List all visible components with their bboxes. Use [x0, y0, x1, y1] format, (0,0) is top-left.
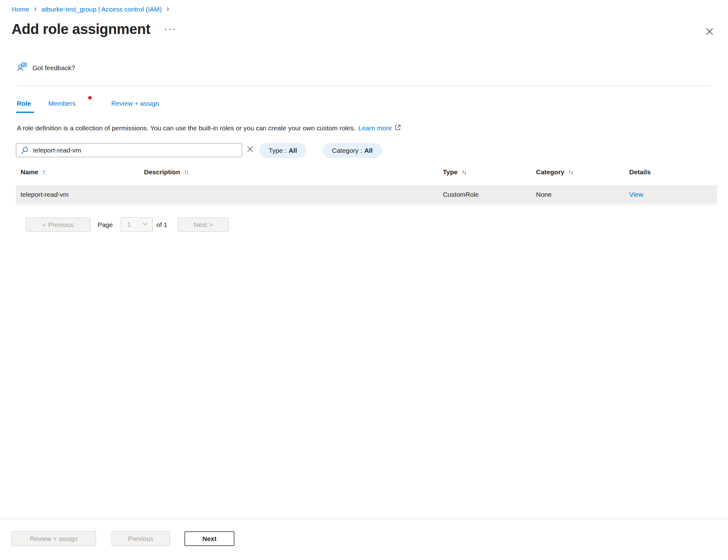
chevron-right-icon: › [166, 6, 169, 12]
filter-pill-category[interactable]: Category : All [323, 143, 382, 158]
header-divider [17, 85, 711, 86]
footer-divider [0, 519, 728, 519]
clear-search-icon[interactable] [246, 145, 254, 153]
previous-page-button[interactable]: < Previous [26, 218, 90, 232]
page-label: Page [98, 221, 113, 229]
column-label: Type [443, 168, 457, 176]
page-number-value: 1 [127, 221, 131, 228]
filter-type-value: All [289, 147, 297, 154]
page-number-select[interactable]: 1 [121, 217, 153, 232]
tab-role[interactable]: Role [17, 100, 31, 107]
more-options-icon[interactable]: ··· [164, 23, 177, 35]
column-label: Name [21, 168, 38, 176]
column-header-type[interactable]: Type ↑↓ [443, 168, 465, 176]
breadcrumb-home-link[interactable]: Home [12, 6, 29, 13]
chevron-right-icon: › [34, 6, 37, 12]
filter-pill-type[interactable]: Type : All [259, 143, 306, 158]
page-title: Add role assignment [12, 21, 150, 37]
row-separator [16, 205, 717, 205]
external-link-icon [394, 124, 401, 132]
page-count-label: of 1 [157, 221, 167, 229]
row-type: CustomRole [443, 185, 479, 204]
previous-step-button[interactable]: Previous [112, 531, 170, 546]
column-label: Details [629, 168, 651, 176]
search-input[interactable] [16, 143, 242, 157]
close-icon[interactable] [704, 26, 715, 37]
filter-type-label: Type : [269, 147, 287, 154]
row-view-link[interactable]: View [629, 185, 643, 204]
filter-category-value: All [364, 147, 373, 154]
column-label: Description [144, 168, 180, 176]
column-header-description[interactable]: Description ↑↓ [144, 168, 188, 176]
breadcrumb: Home › atburke-test_group | Access contr… [12, 6, 169, 13]
sort-arrows-icon: ↑↓ [461, 168, 465, 176]
feedback-person-icon [17, 62, 27, 74]
tab-members[interactable]: Members [48, 100, 76, 107]
column-header-details: Details [629, 168, 651, 176]
row-name: teleport-read-vm [21, 185, 69, 204]
add-role-assignment-blade: Home › atburke-test_group | Access contr… [0, 0, 728, 560]
role-description-text: A role definition is a collection of per… [17, 124, 356, 132]
row-category: None [536, 185, 552, 204]
column-header-name[interactable]: Name ↑↓ [21, 168, 46, 176]
table-row[interactable]: teleport-read-vm CustomRole None View [16, 185, 717, 204]
role-description: A role definition is a collection of per… [17, 124, 401, 132]
sort-arrows-icon: ↑↓ [184, 168, 188, 176]
breadcrumb-resource-link[interactable]: atburke-test_group | Access control (IAM… [41, 6, 162, 13]
column-label: Category [536, 168, 564, 176]
members-required-badge [88, 96, 92, 99]
next-step-button[interactable]: Next [185, 531, 234, 546]
column-header-category[interactable]: Category ↑↓ [536, 168, 572, 176]
learn-more-link[interactable]: Learn more [359, 124, 392, 132]
got-feedback-label: Got feedback? [32, 64, 75, 72]
next-page-button[interactable]: Next > [178, 218, 229, 232]
tab-review-assign[interactable]: Review + assign [111, 100, 159, 107]
chevron-down-icon [142, 221, 148, 229]
review-assign-button[interactable]: Review + assign [12, 531, 96, 546]
got-feedback-button[interactable]: Got feedback? [17, 62, 75, 74]
sort-arrows-icon: ↑↓ [42, 168, 46, 176]
sort-arrows-icon: ↑↓ [568, 168, 572, 176]
filter-category-label: Category : [332, 147, 362, 154]
active-tab-underline [16, 112, 34, 113]
